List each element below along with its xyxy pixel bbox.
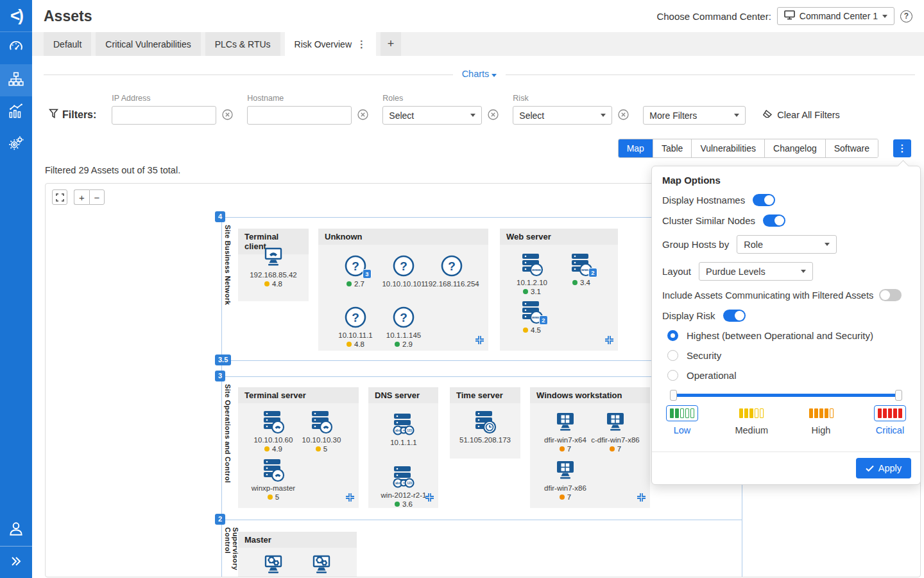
apply-button[interactable]: Apply: [856, 458, 911, 478]
asset-node[interactable]: ?10.1.1.1452.9: [373, 306, 434, 348]
asset-node[interactable]: www23.4: [551, 253, 612, 286]
map-options-kebab-button[interactable]: ⋮: [893, 139, 911, 157]
unknown-icon: ?: [391, 306, 416, 330]
include-assets-toggle[interactable]: [879, 289, 902, 301]
dashboard-tab-plcs-rtus[interactable]: PLCs & RTUs: [205, 32, 280, 56]
asset-node[interactable]: 51.105.208.173: [454, 410, 516, 444]
sidebar-item-user[interactable]: [0, 514, 32, 546]
sidebar-item-analytics[interactable]: [0, 96, 32, 128]
view-tab-software[interactable]: Software: [826, 139, 878, 157]
select-value: Select: [389, 110, 414, 121]
clear-all-filters-button[interactable]: Clear All Filters: [762, 109, 840, 121]
command-center-select[interactable]: Command Center 1: [777, 7, 894, 25]
sidebar-item-gauge[interactable]: [0, 32, 32, 64]
asset-group-title: DNS server: [368, 387, 438, 403]
risk-bar: [675, 408, 679, 418]
terminal-client-icon: [261, 245, 286, 270]
asset-node[interactable]: c-dfir-win7-x867: [585, 410, 646, 453]
collapse-group-icon[interactable]: [604, 335, 614, 347]
page-header: Assets Choose Command Center: Command Ce…: [32, 0, 924, 32]
asset-risk-score: 5: [268, 493, 279, 501]
risk-scale-high[interactable]: High: [805, 405, 837, 435]
add-tab-button[interactable]: +: [381, 32, 401, 56]
help-icon[interactable]: ?: [900, 10, 912, 22]
view-tab-table[interactable]: Table: [653, 139, 692, 157]
slider-handle-min[interactable]: [670, 390, 677, 401]
view-tab-map[interactable]: Map: [619, 139, 653, 157]
asset-node-label: 192.168.116.254: [424, 280, 479, 288]
filtered-assets-status: Filtered 29 Assets out of 35 total.: [45, 165, 180, 175]
risk-source-option-operational[interactable]: Operational: [667, 370, 910, 381]
risk-bar: [825, 408, 828, 418]
risk-scale-label: Low: [674, 425, 691, 435]
asset-node[interactable]: [291, 553, 352, 577]
risk-bar: [670, 408, 674, 418]
tab-menu-kebab-icon[interactable]: ⋮: [357, 39, 366, 50]
sidebar-item-network-map[interactable]: [0, 64, 32, 96]
risk-source-option-highest[interactable]: Highest (between Operational and Securit…: [667, 330, 910, 341]
asset-risk-score: 7: [610, 445, 621, 453]
svg-text:www: www: [531, 268, 541, 272]
popup-footer: Apply: [652, 451, 920, 484]
zoom-out-button[interactable]: −: [89, 189, 105, 205]
asset-node[interactable]: ?192.168.116.254: [421, 254, 483, 288]
risk-dot-icon: [560, 495, 565, 500]
asset-node[interactable]: dfir-win7-x867: [535, 459, 596, 501]
asset-group-title: Terminal server: [238, 387, 359, 403]
chevron-down-icon: [801, 270, 806, 273]
sidebar-item-expand-sidebar[interactable]: [0, 546, 32, 578]
risk-scale-critical[interactable]: Critical: [874, 405, 906, 435]
risk-select[interactable]: Select: [513, 106, 612, 125]
zoom-in-button[interactable]: +: [74, 189, 89, 205]
dashboard-tab-risk-overview[interactable]: Risk Overview⋮: [285, 32, 376, 56]
collapse-group-icon[interactable]: [475, 335, 484, 347]
asset-risk-score: 4.8: [346, 340, 364, 348]
tab-label: PLCs & RTUs: [215, 39, 271, 49]
asset-node[interactable]: 192.168.85.424.8: [243, 245, 304, 288]
view-tab-vulnerabilities[interactable]: Vulnerabilities: [692, 139, 765, 157]
svg-text:123: 123: [407, 482, 412, 485]
risk-scale-medium[interactable]: Medium: [735, 405, 768, 435]
group-hosts-by-select[interactable]: Role: [737, 235, 837, 254]
risk-source-option-security[interactable]: Security: [667, 350, 910, 361]
purdue-level-label: Site Business Network: [224, 225, 232, 305]
collapse-group-icon[interactable]: [637, 493, 646, 505]
monitor-icon: [784, 10, 795, 22]
slider-handle-max[interactable]: [895, 390, 902, 401]
risk-range-slider[interactable]: [670, 390, 902, 401]
network-map-icon: [8, 71, 24, 90]
svg-text:=: =: [402, 428, 404, 432]
clear-filter-icon[interactable]: [488, 109, 499, 120]
display-hostnames-toggle[interactable]: [753, 194, 775, 206]
clear-filter-icon[interactable]: [618, 109, 629, 120]
fullscreen-button[interactable]: [52, 189, 67, 205]
radio-icon: [667, 350, 678, 361]
asset-node[interactable]: winxp-master5: [243, 459, 304, 501]
view-tab-changelog[interactable]: Changelog: [765, 139, 826, 157]
dashboard-tab-critical-vulnerabilities[interactable]: Critical Vulnerabilities: [96, 32, 200, 56]
hostname-input[interactable]: [247, 106, 352, 125]
display-risk-toggle[interactable]: [723, 310, 746, 322]
sidebar-item-settings[interactable]: [0, 128, 32, 161]
asset-risk-score: 4.8: [264, 280, 282, 288]
clear-filter-icon[interactable]: [357, 109, 368, 120]
ip-address-input[interactable]: [112, 106, 216, 125]
filter-funnel-icon: [49, 109, 58, 121]
roles-select[interactable]: Select: [382, 106, 482, 125]
layout-select[interactable]: Purdue Levels: [699, 262, 813, 281]
cluster-similar-nodes-toggle[interactable]: [763, 215, 785, 227]
collapse-group-icon[interactable]: [425, 493, 434, 505]
more-filters-select[interactable]: More Filters: [643, 106, 746, 125]
asset-node[interactable]: abc=12310.1.1.1: [373, 413, 434, 446]
dashboard-tab-default[interactable]: Default: [44, 32, 91, 56]
clear-filter-icon[interactable]: [222, 109, 233, 120]
asset-node[interactable]: 10.10.10.305: [291, 410, 352, 453]
app-logo[interactable]: <): [0, 0, 32, 32]
asset-node[interactable]: www24.5: [501, 301, 563, 334]
risk-scale-label: Medium: [735, 425, 768, 435]
risk-bar: [888, 408, 892, 418]
collapse-group-icon[interactable]: [345, 493, 355, 505]
unknown-icon: ?: [439, 254, 465, 279]
risk-scale-low[interactable]: Low: [666, 405, 698, 435]
charts-toggle[interactable]: Charts: [453, 69, 506, 79]
